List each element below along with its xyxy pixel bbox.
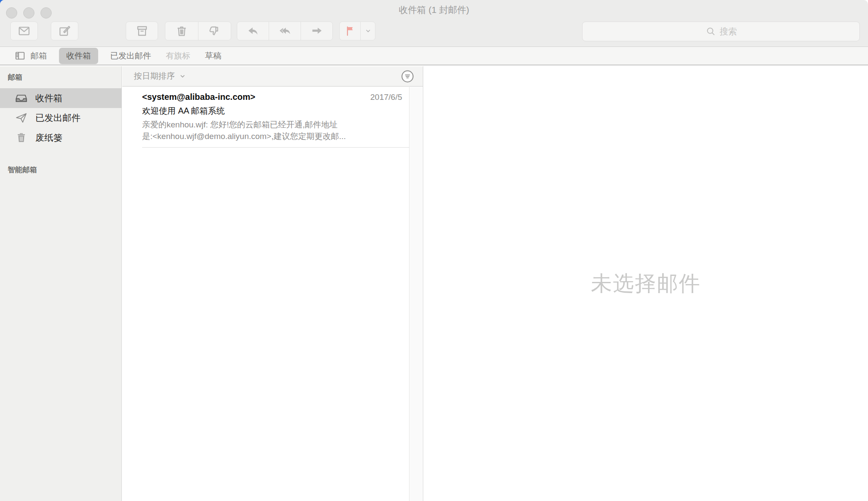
traffic-lights bbox=[6, 7, 52, 19]
search-input[interactable]: 搜索 bbox=[582, 22, 860, 41]
trash-icon bbox=[14, 131, 28, 144]
message-list: 按日期排序 <system@alibaba-inc.com> 2017 bbox=[122, 66, 423, 501]
sidebar-label-inbox: 收件箱 bbox=[35, 92, 62, 104]
favorites-label-mailboxes: 邮箱 bbox=[31, 50, 47, 62]
message-preview-line-2: 是:<kenhou.wjf@demo.aliyun.com>,建议您定期更改邮.… bbox=[142, 130, 402, 142]
sidebar-toggle-icon bbox=[14, 50, 26, 62]
message-separator bbox=[142, 147, 409, 148]
search-icon bbox=[705, 26, 716, 37]
reply-all-button[interactable] bbox=[269, 22, 301, 40]
message-date: 2017/6/5 bbox=[370, 93, 402, 102]
favorites-item-inbox[interactable]: 收件箱 bbox=[59, 48, 98, 64]
favorites-item-mailboxes[interactable]: 邮箱 bbox=[14, 50, 47, 62]
window-title: 收件箱 (1 封邮件) bbox=[129, 4, 739, 16]
mailbox-sidebar: 邮箱 收件箱 已发出邮件 bbox=[0, 66, 122, 501]
compose-icon bbox=[58, 24, 71, 38]
message-top-row: <system@alibaba-inc.com> 2017/6/5 bbox=[142, 92, 402, 102]
message-subject: 欢迎使用 AA 邮箱系统 bbox=[142, 105, 402, 117]
junk-button[interactable] bbox=[198, 22, 231, 40]
message-list-header: 按日期排序 bbox=[122, 66, 423, 87]
compose-button[interactable] bbox=[51, 22, 78, 40]
message-sender: <system@alibaba-inc.com> bbox=[142, 92, 255, 102]
favorites-item-sent[interactable]: 已发出邮件 bbox=[110, 50, 151, 62]
get-mail-button[interactable] bbox=[10, 22, 38, 40]
message-preview-line-1: 亲爱的kenhou.wjf: 您好!您的云邮箱已经开通,邮件地址 bbox=[142, 119, 402, 130]
chevron-down-icon bbox=[363, 26, 373, 36]
message-list-scrollbar[interactable] bbox=[409, 87, 422, 501]
favorites-item-flagged[interactable]: 有旗标 bbox=[166, 50, 190, 62]
sidebar-item-inbox[interactable]: 收件箱 bbox=[0, 88, 121, 108]
filter-circle-icon bbox=[401, 70, 414, 83]
zoom-window-button[interactable] bbox=[40, 7, 52, 19]
chevron-down-icon bbox=[178, 72, 187, 80]
sidebar-item-sent[interactable]: 已发出邮件 bbox=[0, 108, 121, 128]
favorites-bar: 邮箱 收件箱 已发出邮件 有旗标 草稿 bbox=[0, 47, 868, 65]
paper-plane-icon bbox=[14, 111, 28, 124]
content-area: 邮箱 收件箱 已发出邮件 bbox=[0, 66, 868, 501]
sidebar-label-trash: 废纸篓 bbox=[35, 132, 62, 144]
no-message-selected-text: 未选择邮件 bbox=[591, 269, 701, 298]
close-window-button[interactable] bbox=[6, 7, 17, 19]
inbox-tray-icon bbox=[14, 92, 28, 105]
sidebar-item-trash[interactable]: 废纸篓 bbox=[0, 128, 121, 148]
flag-group bbox=[339, 22, 375, 40]
envelope-icon bbox=[17, 24, 31, 38]
delete-button[interactable] bbox=[165, 22, 198, 40]
filter-button[interactable] bbox=[401, 70, 414, 83]
sidebar-section-mailboxes: 邮箱 bbox=[8, 72, 121, 82]
forward-button[interactable] bbox=[301, 22, 332, 40]
sidebar-section-smart-mailboxes: 智能邮箱 bbox=[8, 165, 121, 175]
search-placeholder: 搜索 bbox=[720, 26, 737, 37]
archive-box-icon bbox=[135, 24, 149, 38]
trash-junk-group bbox=[165, 22, 231, 40]
flag-menu-button[interactable] bbox=[360, 22, 375, 40]
reply-group bbox=[237, 22, 333, 40]
reply-button[interactable] bbox=[237, 22, 269, 40]
sidebar-label-sent: 已发出邮件 bbox=[35, 112, 81, 124]
flag-button[interactable] bbox=[340, 22, 360, 40]
mail-window: 收件箱 (1 封邮件) bbox=[0, 0, 868, 501]
message-preview-pane: 未选择邮件 bbox=[424, 66, 868, 501]
message-list-item[interactable]: <system@alibaba-inc.com> 2017/6/5 欢迎使用 A… bbox=[122, 87, 423, 148]
reply-all-icon bbox=[278, 24, 292, 38]
archive-button[interactable] bbox=[126, 22, 158, 40]
favorites-item-drafts[interactable]: 草稿 bbox=[205, 50, 221, 62]
minimize-window-button[interactable] bbox=[23, 7, 34, 19]
flag-icon bbox=[344, 25, 356, 37]
forward-icon bbox=[310, 24, 324, 38]
reply-icon bbox=[246, 24, 260, 38]
thumbs-down-icon bbox=[208, 24, 221, 38]
sort-by-date-button[interactable]: 按日期排序 bbox=[134, 71, 175, 82]
trash-icon bbox=[175, 24, 189, 38]
window-chrome: 收件箱 (1 封邮件) bbox=[0, 0, 868, 47]
